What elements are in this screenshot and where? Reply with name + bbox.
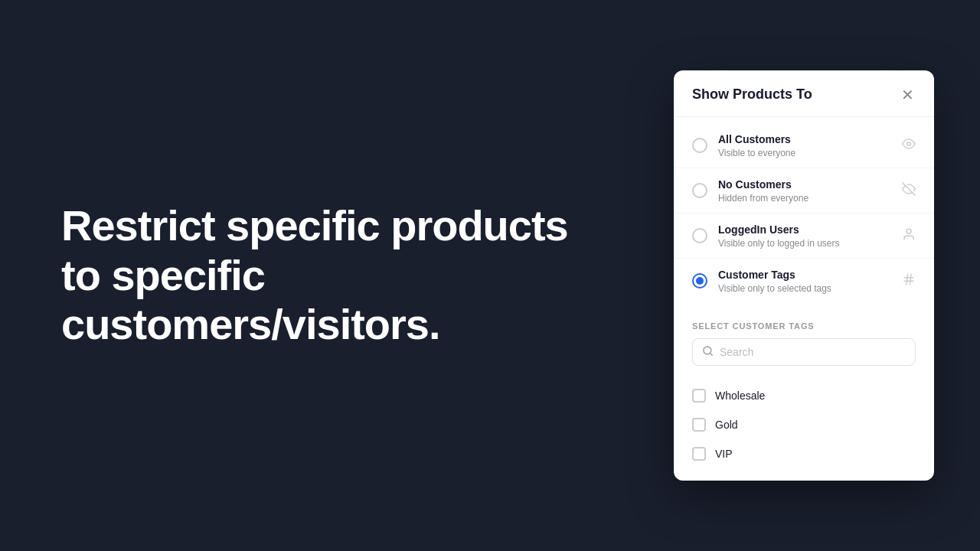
search-input[interactable] (720, 346, 906, 358)
option-text-all-customers: All Customers Visible to everyone (718, 132, 896, 158)
svg-line-8 (710, 354, 712, 356)
close-button[interactable]: ✕ (900, 86, 916, 104)
option-all-customers[interactable]: All Customers Visible to everyone (674, 123, 934, 168)
option-sublabel-all-customers: Visible to everyone (718, 148, 896, 158)
tag-item-vip[interactable]: VIP (692, 439, 916, 468)
radio-inner-customer-tags (696, 277, 704, 285)
option-label-loggedin-users: LoggedIn Users (718, 223, 896, 236)
svg-line-6 (910, 275, 912, 285)
modal-title: Show Products To (692, 86, 812, 103)
hero-section: Restrict specific products to specific c… (0, 155, 674, 395)
option-text-no-customers: No Customers Hidden from everyone (718, 178, 896, 204)
radio-no-customers (692, 183, 707, 198)
option-customer-tags[interactable]: Customer Tags Visible only to selected t… (674, 259, 934, 303)
modal-header: Show Products To ✕ (674, 70, 934, 117)
svg-point-2 (906, 229, 911, 233)
search-icon (702, 345, 714, 359)
tags-section-label: SELECT CUSTOMER TAGS (692, 321, 916, 331)
tag-label-wholesale: Wholesale (715, 390, 765, 402)
svg-point-0 (907, 142, 911, 145)
tag-item-wholesale[interactable]: Wholesale (692, 381, 916, 410)
tags-list: Wholesale Gold VIP (674, 375, 934, 481)
hash-icon (902, 272, 916, 289)
checkbox-wholesale[interactable] (692, 389, 706, 403)
tag-label-vip: VIP (715, 448, 733, 460)
svg-line-5 (906, 275, 908, 285)
eye-off-icon (902, 182, 916, 199)
eye-icon (902, 137, 916, 154)
option-text-customer-tags: Customer Tags Visible only to selected t… (718, 268, 896, 294)
checkbox-gold[interactable] (692, 418, 706, 432)
option-label-customer-tags: Customer Tags (718, 268, 896, 282)
radio-all-customers (692, 138, 707, 153)
tags-section: SELECT CUSTOMER TAGS (674, 309, 934, 375)
search-box (692, 338, 916, 366)
tag-item-gold[interactable]: Gold (692, 410, 916, 439)
option-sublabel-loggedin-users: Visible only to logged in users (718, 238, 896, 249)
option-label-all-customers: All Customers (718, 132, 896, 146)
option-text-loggedin-users: LoggedIn Users Visible only to logged in… (718, 223, 896, 249)
tag-label-gold: Gold (715, 419, 738, 431)
option-loggedin-users[interactable]: LoggedIn Users Visible only to logged in… (674, 214, 934, 259)
modal-options: All Customers Visible to everyone No Cus… (674, 117, 934, 310)
option-label-no-customers: No Customers (718, 178, 896, 191)
option-sublabel-customer-tags: Visible only to selected tags (718, 283, 896, 294)
show-products-modal: Show Products To ✕ All Customers Visible… (674, 70, 934, 481)
option-no-customers[interactable]: No Customers Hidden from everyone (674, 168, 934, 214)
option-sublabel-no-customers: Hidden from everyone (718, 193, 896, 204)
checkbox-vip[interactable] (692, 447, 706, 461)
modal-container: Show Products To ✕ All Customers Visible… (674, 70, 934, 481)
hero-heading: Restrict specific products to specific c… (61, 201, 612, 349)
radio-customer-tags (692, 273, 707, 289)
user-icon (902, 227, 916, 244)
radio-loggedin-users (692, 228, 707, 243)
